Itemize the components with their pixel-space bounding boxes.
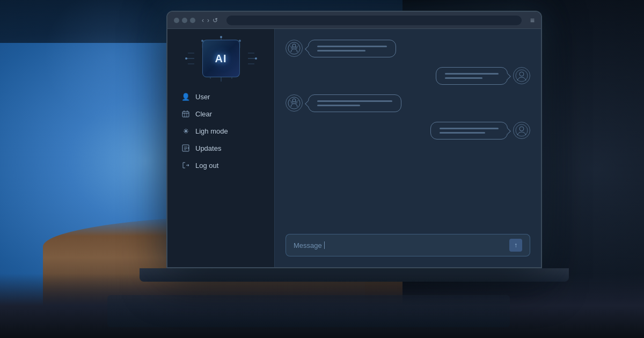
reload-icon[interactable]: ↺	[213, 17, 218, 24]
sidebar: AI 👤 User	[167, 29, 275, 267]
light-mode-icon: ✳	[181, 127, 190, 135]
forward-arrow-icon[interactable]: ›	[207, 17, 209, 24]
chat-area: Message ↑	[275, 29, 541, 267]
bubble-line	[317, 100, 392, 102]
menu-item-user[interactable]: 👤 User	[176, 88, 266, 105]
menu-item-logout-label: Log out	[195, 161, 218, 170]
bubble-lines-2	[445, 73, 499, 79]
bubble-lines-4	[440, 128, 499, 134]
chat-bubble-3	[308, 94, 401, 112]
svg-point-18	[185, 57, 187, 60]
bubble-line	[317, 46, 387, 47]
ai-avatar-1	[286, 40, 303, 57]
laptop-bezel	[140, 268, 569, 282]
menu-item-user-label: User	[195, 93, 210, 101]
ai-chip: AI	[202, 40, 240, 77]
menu-item-updates[interactable]: Updates	[176, 139, 266, 157]
user-icon: 👤	[181, 92, 190, 101]
screen-content: AI 👤 User	[167, 29, 541, 267]
menu-item-light-mode-label: Ligh mode	[195, 127, 228, 135]
ai-avatar-2	[286, 94, 303, 112]
bubble-line	[440, 128, 499, 129]
menu-item-updates-label: Updates	[195, 144, 221, 152]
send-button[interactable]: ↑	[509, 239, 522, 252]
clear-icon	[181, 109, 190, 118]
menu-item-clear-label: Clear	[195, 110, 212, 118]
chat-bubble-row-2	[286, 67, 530, 85]
svg-line-35	[289, 46, 291, 47]
back-arrow-icon[interactable]: ‹	[202, 17, 204, 24]
bubble-line	[317, 50, 365, 52]
browser-bar: ‹ › ↺ ≡	[167, 12, 541, 29]
laptop-screen: ‹ › ↺ ≡	[166, 11, 542, 268]
message-placeholder: Message	[294, 241, 504, 249]
ai-chip-label: AI	[215, 53, 227, 65]
chat-bubble-row-1	[286, 40, 530, 57]
bubble-lines-3	[317, 100, 392, 106]
browser-menu-icon[interactable]: ≡	[530, 16, 535, 25]
chat-bubble-1	[308, 40, 396, 57]
logout-icon	[181, 161, 190, 170]
chat-bubble-row-3	[286, 94, 530, 112]
bubble-line	[445, 73, 499, 75]
chat-bubbles	[286, 40, 530, 226]
browser-dot-3	[190, 18, 195, 23]
browser-nav: ‹ › ↺	[202, 17, 218, 24]
message-input-area[interactable]: Message ↑	[286, 234, 530, 256]
updates-icon	[181, 144, 190, 152]
browser-controls	[174, 18, 195, 23]
user-avatar-1	[513, 67, 530, 84]
svg-point-42	[296, 102, 297, 104]
svg-line-44	[297, 100, 299, 101]
menu-item-logout[interactable]: Log out	[176, 157, 266, 174]
cursor-blink	[324, 241, 325, 249]
svg-point-19	[255, 57, 257, 60]
chat-bubble-4	[430, 122, 508, 139]
svg-line-36	[297, 46, 299, 47]
bubble-lines-1	[317, 46, 387, 52]
ai-chip-area: AI	[167, 40, 274, 77]
message-placeholder-text: Message	[294, 241, 322, 249]
chat-bubble-2	[436, 67, 508, 85]
svg-point-41	[291, 102, 293, 104]
keyboard-hint	[107, 295, 510, 327]
svg-point-17	[220, 36, 222, 38]
svg-rect-20	[182, 112, 189, 117]
browser-dot-1	[174, 18, 179, 23]
svg-line-43	[289, 100, 291, 101]
browser-dot-2	[182, 18, 187, 23]
svg-point-32	[292, 44, 296, 47]
svg-point-33	[291, 47, 293, 49]
menu-list: 👤 User Clear	[167, 88, 274, 174]
bubble-line	[317, 105, 360, 106]
menu-item-light-mode[interactable]: ✳ Ligh mode	[176, 122, 266, 139]
user-avatar-2	[513, 122, 530, 139]
chat-bubble-row-4	[286, 122, 530, 139]
url-bar[interactable]	[226, 16, 522, 25]
svg-point-40	[292, 99, 296, 102]
svg-point-34	[296, 47, 297, 49]
menu-item-clear[interactable]: Clear	[176, 105, 266, 122]
svg-point-46	[519, 127, 524, 131]
bubble-line	[440, 132, 485, 134]
svg-point-38	[519, 72, 524, 76]
bubble-line	[445, 77, 482, 79]
